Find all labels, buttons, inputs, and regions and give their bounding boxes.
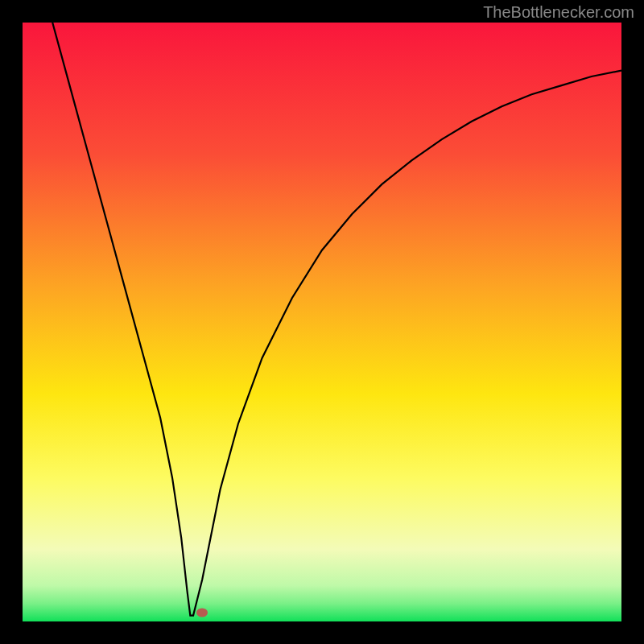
plot-area bbox=[23, 23, 621, 621]
bottleneck-curve bbox=[52, 23, 621, 616]
optimal-marker bbox=[196, 608, 208, 617]
watermark-text: TheBottlenecker.com bbox=[483, 3, 634, 22]
curve-layer bbox=[23, 23, 621, 621]
